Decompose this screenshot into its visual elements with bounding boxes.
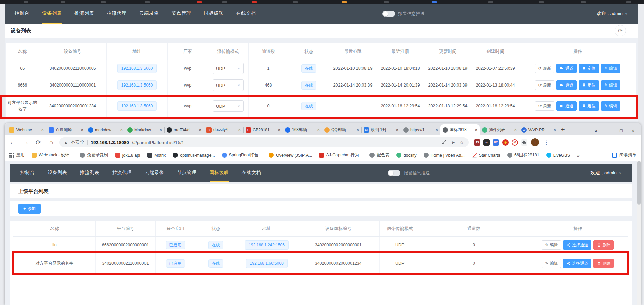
close-icon[interactable]: × — [356, 127, 359, 132]
bookmark-jdk-api[interactable]: jdk1.8 api — [115, 152, 140, 158]
browser-tab[interactable]: https://1× — [401, 124, 440, 135]
user-menu[interactable]: 欢迎，admin ∨ — [597, 11, 627, 17]
address-bar[interactable]: ▲ 不安全 192.168.1.3:18080/#/parentPlatform… — [59, 137, 469, 147]
channel-button[interactable]: 通道 — [556, 64, 577, 73]
alarm-push-toggle[interactable] — [388, 170, 400, 176]
close-icon[interactable]: × — [475, 127, 477, 132]
bookmarks-overflow-chevron[interactable]: » — [577, 152, 580, 158]
locate-button[interactable]: 定位 — [579, 64, 599, 73]
password-key-icon[interactable] — [441, 139, 447, 146]
bookmark-apps[interactable]: 应用 — [9, 152, 25, 158]
browser-tab[interactable]: markdow× — [86, 124, 125, 135]
reading-list[interactable]: 阅读清单 — [612, 152, 636, 158]
delete-button[interactable]: 删除 — [593, 259, 614, 268]
close-icon[interactable]: × — [238, 127, 241, 132]
locate-button[interactable]: 定位 — [579, 101, 599, 111]
browser-tab[interactable]: meff34/d× — [164, 124, 204, 135]
refresh-button[interactable]: ⟳刷新 — [535, 101, 554, 111]
close-icon[interactable]: × — [120, 127, 123, 132]
bookmark-springboot[interactable]: SpringBoot打包... — [222, 152, 262, 158]
bookmark-motrix[interactable]: Motrix — [147, 152, 166, 158]
browser-tab[interactable]: Webstac× — [7, 124, 46, 135]
nav-tab-cloud-record[interactable]: 云端录像 — [139, 4, 159, 24]
maximize-button[interactable]: □ — [620, 128, 622, 133]
browser-tab[interactable]: 163邮箱× — [283, 124, 322, 135]
security-label[interactable]: 不安全 — [71, 139, 85, 145]
bookmark-aj-captcha[interactable]: AJ-Captcha: 行为... — [319, 152, 362, 158]
bookmark-docsify[interactable]: docsify — [396, 152, 417, 158]
close-window-button[interactable]: × — [632, 128, 634, 133]
nav-tab-node-manage[interactable]: 节点管理 — [172, 4, 191, 24]
kebab-menu-icon[interactable]: ⋮ — [544, 139, 549, 146]
fe-extension-icon[interactable]: FE — [493, 139, 499, 146]
close-icon[interactable]: × — [199, 127, 201, 132]
bookmark-overview-jsip[interactable]: Overview (JSIP A... — [269, 152, 312, 158]
nav-tab-console[interactable]: 控制台 — [15, 4, 30, 24]
nav-tab-push-list[interactable]: 推流列表 — [80, 164, 100, 182]
page-refresh-button[interactable]: ⟳ — [615, 25, 626, 36]
close-icon[interactable]: × — [514, 127, 517, 132]
bookmark-star-charts[interactable]: Star Charts — [472, 152, 500, 158]
nav-tab-gb-cascade[interactable]: 国标级联 — [204, 4, 224, 24]
stop-hand-extension-icon[interactable]: ✋ — [502, 139, 509, 146]
home-icon[interactable]: ⌂ — [46, 139, 56, 146]
scrollbar[interactable] — [637, 161, 641, 305]
browser-tab[interactable]: Cdocsify生× — [204, 124, 243, 135]
nav-tab-cloud-record[interactable]: 云端录像 — [145, 164, 164, 182]
minimize-button[interactable]: — — [606, 128, 611, 133]
new-tab-button[interactable]: + — [561, 126, 565, 133]
locate-button[interactable]: 定位 — [579, 80, 599, 90]
close-icon[interactable]: × — [159, 127, 162, 132]
transport-select[interactable]: UDP∨ — [213, 63, 244, 74]
close-icon[interactable]: × — [553, 127, 556, 132]
bookmark-vben[interactable]: Home | Vben Ad... — [424, 152, 465, 158]
transport-select[interactable]: UDP∨ — [213, 79, 244, 91]
refresh-button[interactable]: ⟳刷新 — [535, 80, 554, 90]
bookmark-optimus[interactable]: optimus-manage... — [173, 152, 215, 158]
scrollbar-thumb[interactable] — [637, 161, 641, 205]
nav-tab-pull-proxy[interactable]: 拉流代理 — [112, 164, 132, 182]
browser-tab[interactable]: 插件列表× — [480, 124, 519, 135]
back-icon[interactable]: ← — [8, 139, 18, 146]
nav-tab-device-list[interactable]: 设备列表 — [42, 4, 62, 24]
browser-tab[interactable]: ✉收到 1封× — [361, 124, 401, 135]
nav-tab-console[interactable]: 控制台 — [20, 164, 35, 182]
nav-tab-online-docs[interactable]: 在线文档 — [236, 4, 256, 24]
channel-button[interactable]: 通道 — [556, 101, 577, 111]
address-tag[interactable]: 192.168.1.3:5060 — [117, 101, 157, 111]
close-icon[interactable]: × — [80, 127, 83, 132]
nav-tab-online-docs[interactable]: 在线文档 — [242, 164, 261, 182]
puzzle-extensions-icon[interactable] — [521, 139, 527, 146]
send-icon[interactable]: ➤ — [451, 140, 455, 145]
goggles-extension-icon[interactable]: -- — [483, 139, 490, 146]
adblock-extension-icon[interactable]: ∅ — [512, 139, 518, 146]
select-channel-button[interactable]: 选择通道 — [563, 259, 591, 268]
user-menu[interactable]: 欢迎，admin ∨ — [590, 170, 621, 176]
tab-search-chevron-icon[interactable]: ∨ — [594, 128, 598, 133]
bookmark-star-icon[interactable]: ☆ — [460, 140, 464, 145]
close-icon[interactable]: × — [396, 127, 398, 132]
close-icon[interactable]: × — [41, 127, 44, 132]
edit-button[interactable]: ✎编辑 — [601, 64, 620, 73]
browser-tab[interactable]: CGB28181× — [243, 124, 283, 135]
forward-icon[interactable]: → — [21, 139, 30, 146]
address-tag[interactable]: 192.168.1.3:5060 — [117, 64, 157, 73]
edit-button[interactable]: ✎编辑 — [601, 80, 620, 90]
add-platform-button[interactable]: +添加 — [18, 204, 41, 214]
bookmark-color-table[interactable]: 配色表 — [369, 152, 389, 158]
bookmark-webstack[interactable]: Webstack - 设计... — [32, 152, 73, 158]
address-tag[interactable]: 192.168.1.66:5060 — [246, 259, 288, 268]
nav-tab-push-list[interactable]: 推流列表 — [75, 4, 94, 24]
close-icon[interactable]: × — [317, 127, 320, 132]
close-icon[interactable]: × — [278, 127, 280, 132]
channel-button[interactable]: 通道 — [556, 80, 577, 90]
edit-button[interactable]: ✎编辑 — [601, 101, 620, 111]
edit-button[interactable]: ✎编辑 — [542, 259, 561, 268]
browser-tab[interactable]: WWVP-PR× — [519, 124, 558, 135]
alarm-push-toggle[interactable] — [382, 11, 395, 17]
edit-button[interactable]: ✎编辑 — [542, 240, 561, 250]
browser-tab-active[interactable]: 国标2818× — [440, 124, 480, 135]
nav-tab-pull-proxy[interactable]: 拉流代理 — [107, 4, 127, 24]
browser-tab[interactable]: 百度翻译× — [46, 124, 86, 135]
close-icon[interactable]: × — [435, 127, 438, 132]
